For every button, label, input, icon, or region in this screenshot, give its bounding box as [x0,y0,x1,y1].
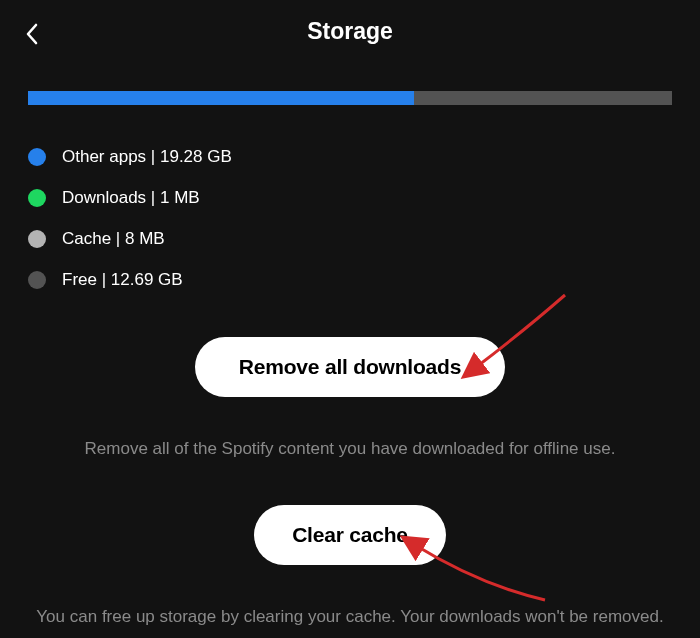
legend-item-other-apps: Other apps | 19.28 GB [28,147,700,167]
back-icon[interactable] [24,22,40,50]
storage-legend: Other apps | 19.28 GB Downloads | 1 MB C… [28,147,700,290]
dot-icon [28,271,46,289]
legend-item-cache: Cache | 8 MB [28,229,700,249]
page-title: Storage [20,18,680,45]
legend-label: Downloads | 1 MB [62,188,200,208]
clear-cache-button[interactable]: Clear cache [254,505,446,565]
legend-label: Cache | 8 MB [62,229,165,249]
legend-item-downloads: Downloads | 1 MB [28,188,700,208]
legend-item-free: Free | 12.69 GB [28,270,700,290]
legend-label: Other apps | 19.28 GB [62,147,232,167]
dot-icon [28,230,46,248]
remove-all-downloads-button[interactable]: Remove all downloads [195,337,505,397]
remove-downloads-description: Remove all of the Spotify content you ha… [63,437,638,461]
dot-icon [28,189,46,207]
storage-progress-fill [28,91,414,105]
legend-label: Free | 12.69 GB [62,270,183,290]
storage-progress-bar [28,91,672,105]
dot-icon [28,148,46,166]
clear-cache-description: You can free up storage by clearing your… [14,605,685,629]
